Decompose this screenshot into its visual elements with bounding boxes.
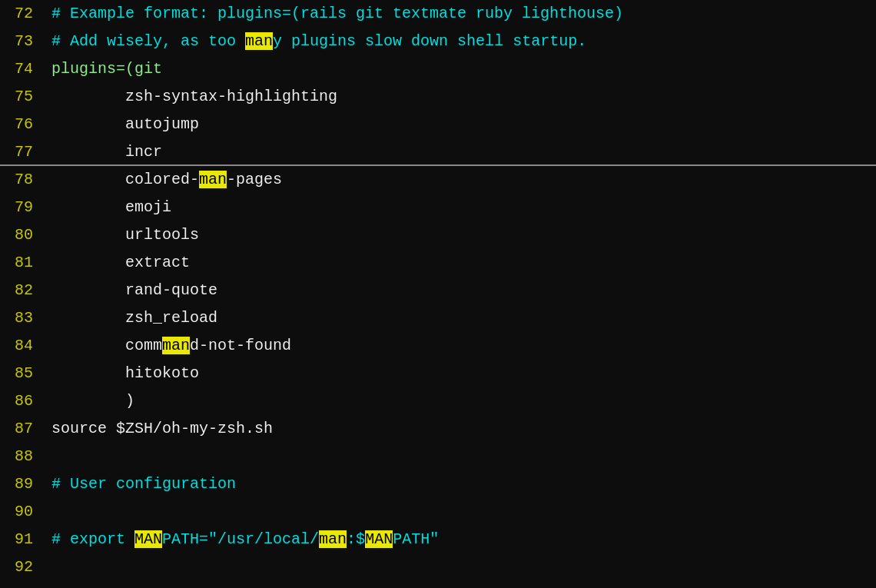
line-number: 90 <box>0 498 42 526</box>
code-line: 91# export MANPATH="/usr/local/man:$MANP… <box>0 526 876 553</box>
line-number: 72 <box>0 0 42 28</box>
code-line: 78 colored-man-pages <box>0 166 876 194</box>
line-number: 89 <box>0 470 42 498</box>
code-line: 79 emoji <box>0 194 876 221</box>
text-part: ) <box>125 392 134 410</box>
code-line: 88 <box>0 443 876 470</box>
line-content: rand-quote <box>51 277 876 304</box>
line-number: 87 <box>0 415 42 443</box>
highlighted-text: MAN <box>365 530 393 548</box>
highlighted-text: man <box>199 171 227 188</box>
line-number: 78 <box>0 166 42 194</box>
code-line: 85 hitokoto <box>0 360 876 387</box>
text-part: source $ZSH/oh-my-zsh.sh <box>51 420 273 437</box>
text-part: too <box>199 32 245 50</box>
line-number: 86 <box>0 387 42 415</box>
text-part: rand-quote <box>125 281 217 299</box>
text-part: # Add wisely, <box>51 32 181 50</box>
code-line: 72# Example format: plugins=(rails git t… <box>0 0 876 28</box>
line-content: urltools <box>51 221 876 249</box>
highlighted-text: MAN <box>134 530 162 548</box>
highlighted-text: man <box>245 32 273 50</box>
line-number: 82 <box>0 277 42 304</box>
line-number: 88 <box>0 443 42 470</box>
text-part: zsh-syntax-highlighting <box>125 88 337 105</box>
text-part: :$ <box>347 530 365 548</box>
code-line: 87source $ZSH/oh-my-zsh.sh <box>0 415 876 443</box>
line-content: emoji <box>51 194 876 221</box>
code-line: 76 autojump <box>0 111 876 138</box>
line-content: hitokoto <box>51 360 876 387</box>
line-content: autojump <box>51 111 876 138</box>
code-line: 83 zsh_reload <box>0 304 876 332</box>
text-part: PATH="/usr/local/ <box>162 530 319 548</box>
code-lines: 72# Example format: plugins=(rails git t… <box>0 0 876 581</box>
code-line: 84 commmand-not-found <box>0 332 876 360</box>
code-line: 73# Add wisely, as too many plugins slow… <box>0 28 876 55</box>
line-content: extract <box>51 249 876 277</box>
text-part: -pages <box>227 171 282 188</box>
text-part: # Example format: plugins=(rails git tex… <box>51 5 623 22</box>
line-content: incr <box>51 138 876 166</box>
text-part: # export <box>51 530 134 548</box>
line-number: 79 <box>0 194 42 221</box>
line-number: 91 <box>0 526 42 553</box>
text-part: as <box>181 32 199 50</box>
code-line: 75 zsh-syntax-highlighting <box>0 83 876 111</box>
text-part: y plugins slow down shell startup. <box>273 32 586 50</box>
code-line: 81 extract <box>0 249 876 277</box>
code-line: 77 incr <box>0 138 876 166</box>
line-content: # export MANPATH="/usr/local/man:$MANPAT… <box>51 526 876 553</box>
line-number: 73 <box>0 28 42 55</box>
code-editor: 72# Example format: plugins=(rails git t… <box>0 0 876 588</box>
text-part: urltools <box>125 226 199 244</box>
line-content: source $ZSH/oh-my-zsh.sh <box>51 415 876 443</box>
line-number: 83 <box>0 304 42 332</box>
text-part: autojump <box>125 115 199 133</box>
line-content: ) <box>51 387 876 415</box>
code-line: 74plugins=(git <box>0 55 876 83</box>
line-content: zsh-syntax-highlighting <box>51 83 876 111</box>
line-number: 80 <box>0 221 42 249</box>
line-number: 76 <box>0 111 42 138</box>
text-part: incr <box>125 143 162 161</box>
line-number: 84 <box>0 332 42 360</box>
line-number: 74 <box>0 55 42 83</box>
text-part: d-not-found <box>190 337 291 354</box>
line-number: 85 <box>0 360 42 387</box>
text-part: hitokoto <box>125 364 199 382</box>
line-content: # Example format: plugins=(rails git tex… <box>51 0 876 28</box>
code-line: 90 <box>0 498 876 526</box>
text-part: zsh_reload <box>125 309 217 327</box>
text-part: emoji <box>125 198 171 216</box>
line-number: 81 <box>0 249 42 277</box>
line-content: colored-man-pages <box>51 166 876 194</box>
line-number: 75 <box>0 83 42 111</box>
line-content: commmand-not-found <box>51 332 876 360</box>
line-content: # User configuration <box>51 470 876 498</box>
highlighted-text: man <box>319 530 347 548</box>
text-part: # User configuration <box>51 475 236 493</box>
line-content: # Add wisely, as too many plugins slow d… <box>51 28 876 55</box>
text-part: colored- <box>125 171 199 188</box>
line-number: 92 <box>0 553 42 581</box>
code-line: 92 <box>0 553 876 581</box>
line-number: 77 <box>0 138 42 166</box>
highlighted-text: man <box>162 337 190 354</box>
text-part: plugins=(git <box>51 60 162 78</box>
text-part: comm <box>125 337 162 354</box>
text-part: PATH" <box>393 530 439 548</box>
code-line: 89# User configuration <box>0 470 876 498</box>
line-content: plugins=(git <box>51 55 876 83</box>
code-line: 86 ) <box>0 387 876 415</box>
code-line: 80 urltools <box>0 221 876 249</box>
line-content: zsh_reload <box>51 304 876 332</box>
text-part: extract <box>125 254 190 271</box>
code-line: 82 rand-quote <box>0 277 876 304</box>
